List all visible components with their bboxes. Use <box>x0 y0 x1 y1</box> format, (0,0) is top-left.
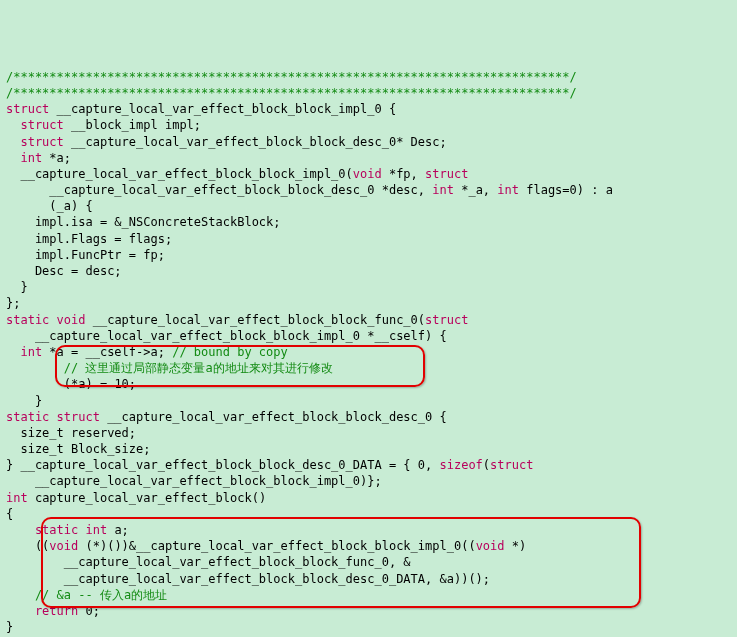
code-line: Desc = desc; <box>6 263 731 279</box>
code-line: } <box>6 279 731 295</box>
code-line: impl.FuncPtr = fp; <box>6 247 731 263</box>
comment-line: // &a -- 传入a的地址 <box>6 587 731 603</box>
code-line: }; <box>6 295 731 311</box>
code-line: __capture_local_var_effect_block_block_d… <box>6 182 731 198</box>
code-line: __capture_local_var_effect_block_block_f… <box>6 554 731 570</box>
code-line: impl.Flags = flags; <box>6 231 731 247</box>
code-line: size_t reserved; <box>6 425 731 441</box>
code-line: struct __capture_local_var_effect_block_… <box>6 134 731 150</box>
comment-line: // 这里通过局部静态变量a的地址来对其进行修改 <box>6 360 731 376</box>
code-block: /***************************************… <box>6 69 731 636</box>
comment-rule: /***************************************… <box>6 69 731 85</box>
code-line: struct __capture_local_var_effect_block_… <box>6 101 731 117</box>
code-line: impl.isa = &_NSConcreteStackBlock; <box>6 214 731 230</box>
code-line: } <box>6 393 731 409</box>
code-line: static struct __capture_local_var_effect… <box>6 409 731 425</box>
code-line: struct __block_impl impl; <box>6 117 731 133</box>
code-line: size_t Block_size; <box>6 441 731 457</box>
code-line: int capture_local_var_effect_block() <box>6 490 731 506</box>
code-line: static int a; <box>6 522 731 538</box>
code-line: (_a) { <box>6 198 731 214</box>
code-line: return 0; <box>6 603 731 619</box>
code-line: int *a = __cself->a; // bound by copy <box>6 344 731 360</box>
code-line: __capture_local_var_effect_block_block_i… <box>6 328 731 344</box>
code-line: { <box>6 506 731 522</box>
code-line: (*a) = 10; <box>6 376 731 392</box>
code-line: __capture_local_var_effect_block_block_i… <box>6 473 731 489</box>
code-line: } __capture_local_var_effect_block_block… <box>6 457 731 473</box>
code-line: __capture_local_var_effect_block_block_d… <box>6 571 731 587</box>
code-line: ((void (*)())&__capture_local_var_effect… <box>6 538 731 554</box>
code-line: int *a; <box>6 150 731 166</box>
code-line: static void __capture_local_var_effect_b… <box>6 312 731 328</box>
comment-rule: /***************************************… <box>6 85 731 101</box>
code-line: __capture_local_var_effect_block_block_i… <box>6 166 731 182</box>
code-line: } <box>6 619 731 635</box>
